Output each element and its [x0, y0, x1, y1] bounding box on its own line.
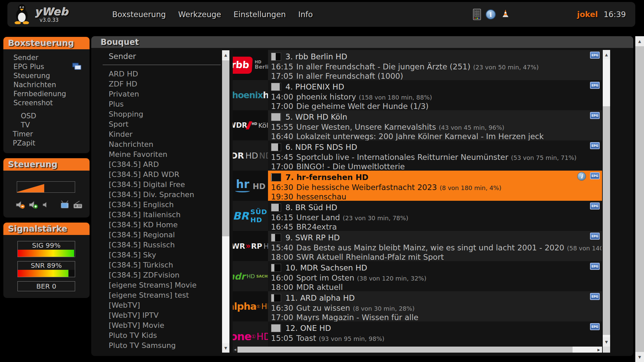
sidebar-item-timer[interactable]: Timer: [3, 130, 90, 139]
bouquet-item[interactable]: [C384.5] KD Home: [103, 220, 221, 230]
epg-button[interactable]: EPG: [590, 263, 600, 270]
volume-down-icon[interactable]: [15, 200, 25, 211]
vlc-icon[interactable]: [500, 9, 511, 20]
bouquet-item[interactable]: [C384.5] Regional: [103, 230, 221, 240]
bouquet-item[interactable]: Sport: [103, 119, 221, 129]
bouquet-item[interactable]: ZDF HD: [103, 79, 221, 89]
epg-button[interactable]: EPG: [590, 293, 600, 300]
scroll-down-button[interactable]: ▼: [635, 352, 644, 362]
epg-row-wdr[interactable]: WDRHDKöln 5. WDR HD Köln 15:55Unser West…: [233, 110, 602, 140]
channel-title: 9. SWR RP HD: [285, 233, 340, 242]
bouquet-header: Sender: [103, 50, 221, 61]
progress-indicator: [271, 294, 281, 302]
epg-line: 14:00phoenix history(158 von 180 min, 88…: [271, 93, 601, 101]
progress-indicator: [271, 143, 281, 151]
epg-button[interactable]: EPG: [590, 233, 600, 240]
mute-icon[interactable]: [42, 201, 50, 210]
bouquet-item[interactable]: [C384.5] ARD WDR: [103, 170, 221, 180]
bouquet-item[interactable]: Kinder: [103, 129, 221, 139]
remote-control-icon[interactable]: [473, 9, 481, 20]
sidebar-item-tv[interactable]: TV: [3, 121, 90, 130]
bouquet-item[interactable]: [C384.5] Türkisch: [103, 260, 221, 270]
sidebar-item-screenshot[interactable]: Screenshot: [3, 99, 90, 108]
scroll-up-button[interactable]: ▲: [222, 50, 229, 60]
bouquet-item[interactable]: ARD HD: [103, 69, 221, 79]
scrollbar-thumb[interactable]: [237, 347, 573, 353]
bouquet-item[interactable]: [C384.5] ZDFvision: [103, 270, 221, 280]
bouquet-item[interactable]: [C384.5] Sky: [103, 250, 221, 260]
sidebar-item-pzapit[interactable]: PZapit: [3, 139, 90, 148]
scroll-up-button[interactable]: ▲: [635, 36, 644, 46]
scrollbar-thumb[interactable]: [603, 106, 610, 335]
scroll-down-button[interactable]: ▼: [603, 337, 610, 347]
epg-row-rbb[interactable]: rbb HDBerlin 3. rbb Berlin HD 16:15In al…: [233, 50, 602, 80]
channel-logo-br: BRSÜD HD: [233, 201, 268, 231]
epg-button[interactable]: EPG: [590, 112, 600, 119]
bouquet-item[interactable]: Meine Favoriten: [103, 149, 221, 160]
app-name: yWeb: [35, 6, 69, 18]
epg-button[interactable]: EPG: [590, 52, 600, 59]
sidebar-item-fernbedienung[interactable]: Fernbedienung: [3, 89, 90, 99]
bouquet-item[interactable]: Nachrichten: [103, 139, 221, 149]
nav-boxsteuerung[interactable]: Boxsteuerung: [112, 10, 166, 19]
epg-row-br[interactable]: BRSÜD HD 8. BR Süd HD 16:15Unser Land(23…: [233, 201, 602, 231]
bouquet-item[interactable]: Privaten: [103, 89, 221, 99]
bouquet-item[interactable]: [WebTV] IPTV: [103, 310, 221, 320]
epg-row-swr[interactable]: SWR»RPHD 9. SWR RP HD 15:40Das Beste aus…: [233, 231, 602, 261]
windows-icon[interactable]: [72, 63, 82, 71]
epg-button[interactable]: EPG: [590, 82, 600, 89]
bouquet-item[interactable]: [C384.5] Digital Free: [103, 180, 221, 190]
scroll-left-button[interactable]: ◀: [233, 347, 237, 353]
sidebar-item-osd[interactable]: OSD: [3, 112, 90, 121]
epg-row-hr-selected[interactable]: hr HD 7. hr-fernsehen HD 16:30Die hessis…: [233, 171, 602, 201]
sidebar-item-sender[interactable]: Sender: [3, 53, 90, 62]
nav-info[interactable]: Info: [298, 10, 313, 19]
scrollbar-thumb[interactable]: [635, 46, 644, 352]
epg-button[interactable]: EPG: [590, 323, 600, 330]
epg-row-mdr[interactable]: mdrHDSACHSEN 10. MDR Sachsen HD 16:00Spo…: [233, 261, 602, 291]
nav-werkzeuge[interactable]: Werkzeuge: [178, 10, 221, 19]
bouquet-item[interactable]: Plus: [103, 99, 221, 109]
scroll-down-button[interactable]: ▼: [222, 343, 229, 353]
progress-indicator: [271, 324, 281, 332]
scrollbar-thumb[interactable]: [222, 60, 229, 236]
nav-einstellungen[interactable]: Einstellungen: [233, 10, 286, 19]
epg-line: 15:45Sportclub live - Internationales Re…: [271, 153, 601, 162]
bouquet-item[interactable]: [C384.5] Div. Sprachen: [103, 190, 221, 200]
bouquet-item[interactable]: [WebTV] Movie: [103, 320, 221, 330]
bouquet-list: Sender ARD HD ZDF HD Privaten Plus Shopp…: [103, 50, 229, 353]
epg-row-ndr[interactable]: NDRHDNDS 6. NDR FS NDS HD 15:45Sportclub…: [233, 140, 602, 171]
epg-button[interactable]: EPG: [590, 202, 600, 209]
tv-mode-icon[interactable]: [60, 200, 70, 211]
epg-line: 15:55Unser Westen, Unsere Karnevalshits(…: [271, 123, 601, 131]
volume-level: [17, 182, 44, 192]
bouquet-item[interactable]: [eigene Streams] Movie: [103, 280, 221, 290]
bouquet-item[interactable]: [eigene Streams] test: [103, 290, 221, 300]
bouquet-item[interactable]: [C384.5] Italienisch: [103, 210, 221, 220]
epg-line: 17:00BINGO! - Die Umweltlotterie: [271, 162, 601, 171]
stream-info-icon[interactable]: i: [577, 172, 586, 181]
username[interactable]: jokel: [577, 10, 598, 19]
volume-bar[interactable]: [17, 181, 75, 193]
info-icon[interactable]: i: [486, 9, 496, 19]
epg-row-one[interactable]: one①HD 12. ONE HD 15:05Toast(93 von 95 m…: [233, 321, 602, 347]
epg-button[interactable]: EPG: [590, 172, 600, 179]
bouquet-item[interactable]: [C384.5] Englisch: [103, 200, 221, 210]
scroll-right-button[interactable]: ▶: [595, 347, 602, 353]
epg-row-phoenix[interactable]: phoenixhd 4. PHOENIX HD 14:00phoenix his…: [233, 80, 602, 110]
bouquet-item[interactable]: Shopping: [103, 109, 221, 119]
sidebar-item-steuerung[interactable]: Steuerung: [3, 71, 90, 80]
scroll-up-button[interactable]: ▲: [603, 50, 610, 59]
volume-up-icon[interactable]: [29, 200, 39, 211]
bouquet-item[interactable]: Pluto TV Samsung: [103, 341, 221, 351]
radio-mode-icon[interactable]: [73, 200, 83, 211]
bouquet-item[interactable]: [C384.5] ARD: [103, 160, 221, 170]
bouquet-item[interactable]: [C384.5] Russisch: [103, 240, 221, 250]
bouquet-item[interactable]: Pluto TV Kids: [103, 330, 221, 341]
bouquet-item[interactable]: [WebTV]: [103, 300, 221, 310]
sidebar-item-epg-plus[interactable]: EPG Plus: [3, 62, 90, 71]
signal-panel-title: Signalstärke: [3, 223, 90, 235]
sidebar-item-nachrichten[interactable]: Nachrichten: [3, 80, 90, 89]
epg-button[interactable]: EPG: [590, 142, 600, 149]
epg-row-alpha[interactable]: alpha①HD 11. ARD alpha HD 16:30Gut zu wi…: [233, 291, 602, 321]
